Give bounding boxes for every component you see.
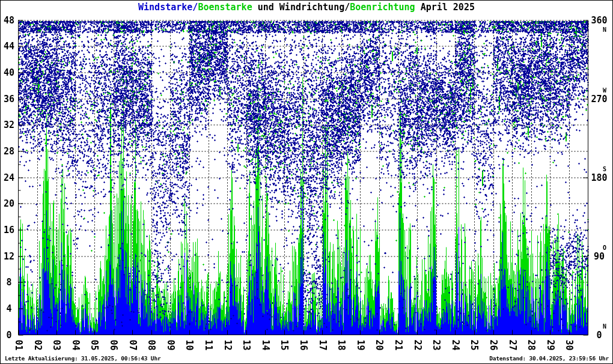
y-axis-tick-label: 40 bbox=[1, 67, 17, 78]
direction-letter: S bbox=[591, 166, 606, 172]
x-axis-day-label: 05 bbox=[90, 338, 99, 353]
y2-axis-tick-label: 270 bbox=[591, 94, 608, 105]
direction-letter: N bbox=[591, 26, 606, 33]
x-axis-day-label: 02 bbox=[32, 338, 41, 353]
data-status-text: Datenstand: 30.04.2025, 23:59:56 Uhr bbox=[489, 355, 609, 362]
y2-axis-tick-label: 0 bbox=[591, 330, 608, 341]
x-axis-day-label: 18 bbox=[337, 338, 346, 353]
chart-title-segment: und Windrichtung/ bbox=[252, 2, 350, 13]
x-axis-day-label: 20 bbox=[374, 338, 383, 353]
last-update-text: Letzte Aktualisierung: 31.05.2025, 00:56… bbox=[5, 355, 160, 362]
y-axis-tick-label: 32 bbox=[1, 120, 17, 130]
x-axis-day-label: 14 bbox=[260, 338, 269, 353]
x-axis-day-label: 30 bbox=[564, 338, 573, 353]
x-axis-day-label: 17 bbox=[317, 338, 326, 353]
x-axis-day-label: 25 bbox=[469, 338, 478, 353]
y-axis-tick-label: 36 bbox=[1, 94, 17, 105]
chart-title-segment: April 2025 bbox=[415, 2, 475, 13]
x-axis-day-label: 07 bbox=[127, 338, 136, 353]
wind-gust-chart-canvas bbox=[0, 0, 613, 364]
x-axis-day-label: 10 bbox=[185, 338, 194, 353]
y2-axis-tick-label: 180 bbox=[591, 172, 608, 183]
chart-title-segment: Boenrichtung bbox=[350, 2, 415, 13]
y-axis-tick-label: 20 bbox=[1, 198, 17, 209]
x-axis-day-label: 19 bbox=[355, 338, 364, 353]
y-axis-tick-label: 44 bbox=[1, 41, 17, 52]
chart-title-segment: Boenstarke bbox=[198, 2, 252, 13]
wind-chart-page: Windstarke/Boenstarke und Windrichtung/B… bbox=[0, 0, 613, 364]
y2-axis-tick-label: 90 bbox=[591, 251, 608, 262]
x-axis-day-label: 29 bbox=[545, 338, 554, 353]
x-axis-day-label: 09 bbox=[165, 338, 174, 353]
y-axis-tick-label: 28 bbox=[1, 146, 17, 157]
y-axis-tick-label: 8 bbox=[1, 277, 17, 288]
x-axis-day-label: 15 bbox=[279, 338, 288, 353]
x-axis-day-label: 28 bbox=[526, 338, 535, 353]
x-axis-day-label: 27 bbox=[507, 338, 516, 353]
x-axis-day-label: 06 bbox=[109, 338, 118, 353]
x-axis-day-label: 16 bbox=[299, 338, 308, 353]
x-axis-day-label: 21 bbox=[394, 338, 403, 353]
x-axis-day-label: 08 bbox=[147, 338, 156, 353]
x-axis-day-label: 04 bbox=[70, 338, 79, 353]
y-axis-tick-label: 48 bbox=[1, 15, 17, 26]
chart-title-segment: Windstarke/ bbox=[138, 2, 198, 13]
x-axis-day-label: 11 bbox=[204, 338, 213, 353]
x-axis-day-label: 26 bbox=[489, 338, 498, 353]
y-axis-tick-label: 24 bbox=[1, 172, 17, 183]
y-axis-tick-label: 16 bbox=[1, 225, 17, 235]
direction-letter: N bbox=[591, 323, 606, 330]
x-axis-day-label: 22 bbox=[412, 338, 421, 353]
x-axis-day-label: 12 bbox=[222, 338, 231, 353]
x-axis-day-label: 13 bbox=[242, 338, 251, 353]
chart-title: Windstarke/Boenstarke und Windrichtung/B… bbox=[0, 2, 613, 13]
x-axis-day-label: 01 bbox=[14, 338, 23, 353]
y-axis-tick-label: 4 bbox=[1, 303, 17, 314]
x-axis-day-label: 23 bbox=[432, 338, 441, 353]
x-axis-day-label: 24 bbox=[450, 338, 459, 353]
x-axis-day-label: 03 bbox=[52, 338, 61, 353]
y2-axis-tick-label: 360 bbox=[591, 15, 608, 26]
y-axis-tick-label: 12 bbox=[1, 251, 17, 262]
direction-letter: O bbox=[591, 244, 606, 251]
direction-letter: W bbox=[591, 87, 606, 94]
